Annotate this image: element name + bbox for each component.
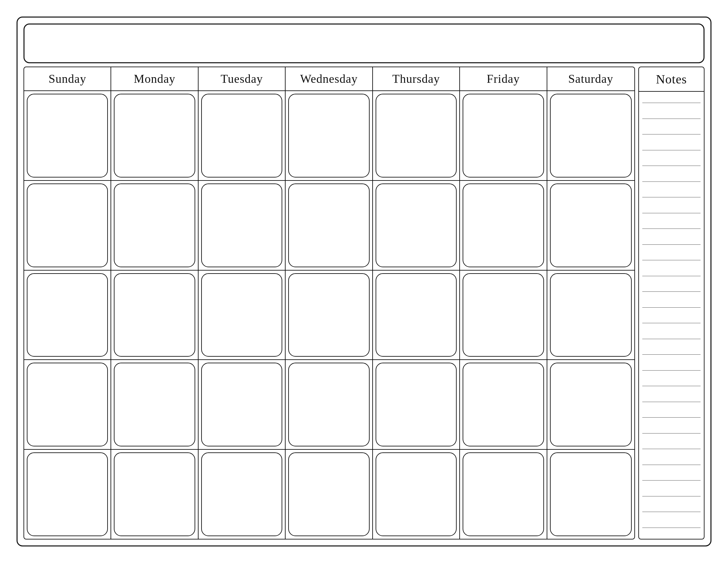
notes-line-11 — [642, 260, 701, 260]
day-headers: Sunday Monday Tuesday Wednesday Thursday… — [24, 67, 634, 91]
day-cell-3-1[interactable] — [24, 270, 111, 360]
day-cell-1-5[interactable] — [373, 91, 460, 180]
notes-line-28 — [642, 528, 701, 528]
day-cell-4-2[interactable] — [111, 360, 198, 449]
day-cell-1-1[interactable] — [24, 91, 111, 180]
notes-line-15 — [642, 323, 701, 323]
notes-line-1 — [642, 103, 701, 103]
day-cell-4-6[interactable] — [460, 360, 547, 449]
day-cell-2-4[interactable] — [286, 181, 373, 270]
day-cell-3-6[interactable] — [460, 270, 547, 360]
day-cell-3-3[interactable] — [199, 270, 286, 360]
day-cell-1-7[interactable] — [547, 91, 634, 180]
day-cell-5-7[interactable] — [547, 450, 634, 539]
notes-line-17 — [642, 354, 701, 355]
notes-line-12 — [642, 276, 701, 276]
notes-line-10 — [642, 244, 701, 245]
header-sunday: Sunday — [24, 67, 111, 90]
weeks-grid — [24, 91, 634, 539]
notes-line-16 — [642, 339, 701, 339]
notes-line-21 — [642, 417, 701, 418]
notes-line-18 — [642, 370, 701, 371]
header-saturday: Saturday — [547, 67, 634, 90]
notes-line-22 — [642, 433, 701, 434]
notes-line-7 — [642, 197, 701, 197]
day-cell-1-6[interactable] — [460, 91, 547, 180]
notes-line-8 — [642, 213, 701, 213]
day-cell-4-4[interactable] — [286, 360, 373, 449]
day-cell-3-2[interactable] — [111, 270, 198, 360]
notes-panel: Notes — [638, 67, 705, 540]
day-cell-1-2[interactable] — [111, 91, 198, 180]
notes-line-19 — [642, 386, 701, 386]
day-cell-2-2[interactable] — [111, 181, 198, 270]
day-cell-4-3[interactable] — [199, 360, 286, 449]
week-row-5 — [24, 450, 634, 539]
day-cell-4-1[interactable] — [24, 360, 111, 449]
header-thursday: Thursday — [373, 67, 460, 90]
header-monday: Monday — [111, 67, 198, 90]
day-cell-2-3[interactable] — [199, 181, 286, 270]
notes-line-4 — [642, 150, 701, 150]
notes-line-14 — [642, 307, 701, 308]
day-cell-1-3[interactable] — [199, 91, 286, 180]
day-cell-5-2[interactable] — [111, 450, 198, 539]
day-cell-5-5[interactable] — [373, 450, 460, 539]
week-row-1 — [24, 91, 634, 181]
calendar-wrapper: Sunday Monday Tuesday Wednesday Thursday… — [17, 17, 711, 546]
day-cell-2-5[interactable] — [373, 181, 460, 270]
notes-line-3 — [642, 134, 701, 134]
notes-line-24 — [642, 465, 701, 465]
day-cell-2-1[interactable] — [24, 181, 111, 270]
header-wednesday: Wednesday — [286, 67, 373, 90]
day-cell-5-6[interactable] — [460, 450, 547, 539]
day-cell-5-4[interactable] — [286, 450, 373, 539]
day-cell-3-4[interactable] — [286, 270, 373, 360]
header-friday: Friday — [460, 67, 547, 90]
notes-line-23 — [642, 449, 701, 449]
main-grid: Sunday Monday Tuesday Wednesday Thursday… — [23, 67, 635, 540]
week-row-3 — [24, 270, 634, 360]
notes-line-20 — [642, 402, 701, 402]
day-cell-2-6[interactable] — [460, 181, 547, 270]
notes-line-25 — [642, 480, 701, 481]
notes-header: Notes — [638, 67, 705, 92]
day-cell-1-4[interactable] — [286, 91, 373, 180]
notes-line-6 — [642, 181, 701, 182]
calendar-body: Sunday Monday Tuesday Wednesday Thursday… — [23, 67, 705, 540]
notes-line-13 — [642, 292, 701, 292]
day-cell-4-5[interactable] — [373, 360, 460, 449]
week-row-2 — [24, 181, 634, 270]
day-cell-4-7[interactable] — [547, 360, 634, 449]
notes-line-9 — [642, 228, 701, 229]
notes-line-2 — [642, 118, 701, 119]
day-cell-2-7[interactable] — [547, 181, 634, 270]
day-cell-5-1[interactable] — [24, 450, 111, 539]
notes-lines[interactable] — [638, 92, 705, 540]
notes-line-26 — [642, 496, 701, 496]
day-cell-5-3[interactable] — [199, 450, 286, 539]
title-bar[interactable] — [23, 23, 705, 63]
header-tuesday: Tuesday — [199, 67, 286, 90]
week-row-4 — [24, 360, 634, 450]
day-cell-3-5[interactable] — [373, 270, 460, 360]
day-cell-3-7[interactable] — [547, 270, 634, 360]
notes-line-27 — [642, 512, 701, 512]
notes-line-5 — [642, 165, 701, 166]
